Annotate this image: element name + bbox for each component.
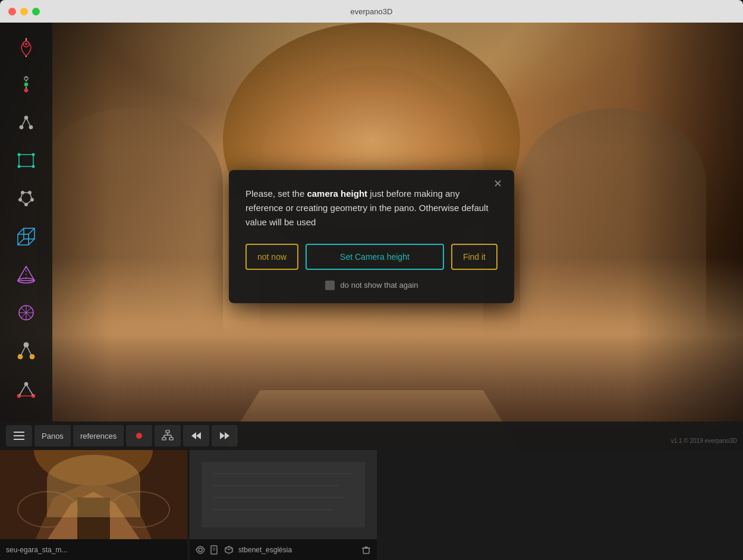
thumbnail-item-1[interactable]: seu-egara_sta_m... [0,450,187,560]
church-thumb-svg [0,450,187,539]
camera-height-dialog: ✕ Please, set the camera height just bef… [229,170,514,303]
maximize-button[interactable] [32,8,40,15]
file-icon [210,545,219,555]
thumb-label-1: seu-egara_sta_m... [0,539,187,560]
titlebar: everpano3D [0,0,743,23]
svg-line-75 [225,548,229,550]
modal-button-group: not now Set Camera height Find it [245,244,498,270]
set-camera-height-button[interactable]: Set Camera height [306,244,444,270]
thumbnail-panel: seu-egara_sta_m... [0,450,743,560]
find-it-button[interactable]: Find it [451,244,498,270]
svg-rect-61 [77,498,110,539]
svg-point-60 [34,450,153,486]
thumb-gray-image [190,450,377,539]
thumb-church-image [0,450,187,539]
svg-rect-77 [363,548,369,553]
thumb-name-2: stbenet_església [238,546,292,554]
do-not-show-checkbox[interactable] [325,281,335,290]
thumb-label-2: stbenet_església [190,539,377,560]
thumbnail-item-2[interactable]: stbenet_església [190,450,377,560]
do-not-show-row: do not show that again [245,281,498,290]
close-button[interactable] [8,8,16,15]
modal-message: Please, set the camera height just befor… [245,187,498,229]
do-not-show-label[interactable]: do not show that again [341,281,418,290]
svg-point-70 [199,548,202,552]
thumb2-svg [190,450,377,539]
svg-rect-65 [202,462,365,527]
window-controls[interactable] [8,8,40,15]
modal-close-button[interactable]: ✕ [490,177,506,190]
modal-overlay: ✕ Please, set the camera height just bef… [0,23,743,450]
app-title: everpano3D [351,7,393,16]
not-now-button[interactable]: not now [245,244,298,270]
main-area: ✕ Please, set the camera height just bef… [0,23,743,560]
cube-icon [224,545,234,555]
trash-icon[interactable] [361,545,371,555]
minimize-button[interactable] [20,8,28,15]
eye-icon [196,545,205,555]
svg-line-76 [229,548,232,550]
thumb-name-1: seu-egara_sta_m... [6,546,67,554]
